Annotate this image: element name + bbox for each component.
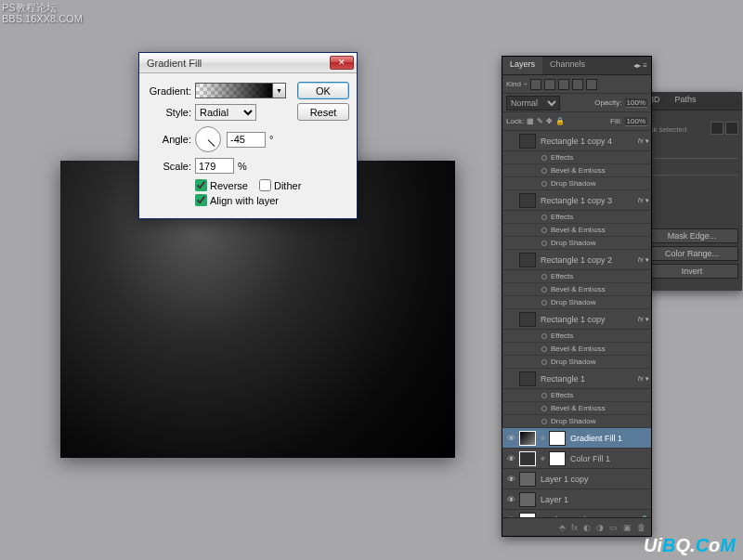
shadow-row[interactable]: Drop Shadow (502, 296, 651, 309)
shadow-row[interactable]: Drop Shadow (502, 356, 651, 369)
reset-button[interactable]: Reset (297, 103, 349, 121)
watermark-line2: BBS.16XX8.COM (2, 13, 83, 24)
invert-button[interactable]: Invert (645, 264, 738, 279)
effects-row[interactable]: Effects (502, 389, 651, 402)
layer-row[interactable]: Rectangle 1 copy 4 fx▾ (502, 131, 651, 151)
mask-edge-button[interactable]: Mask Edge... (645, 228, 738, 243)
layer-mask-icon[interactable]: ◐ (583, 523, 591, 532)
angle-input[interactable] (227, 132, 266, 148)
visibility-icon[interactable]: 👁 (504, 432, 517, 445)
lock-label: Lock: (506, 117, 524, 125)
filter-pixel-icon[interactable] (530, 79, 541, 90)
layer-name: Rectangle 1 copy 4 (538, 137, 638, 146)
gradient-fill-dialog: Gradient Fill ✕ OK Reset Gradient: ▼ Sty… (138, 52, 358, 219)
tab-layers[interactable]: Layers (502, 57, 542, 74)
watermark-line1: PS教程论坛 (2, 2, 83, 13)
layer-row[interactable]: 👁 ⎆ Color Fill 1 (502, 449, 651, 469)
color-range-button[interactable]: Color Range... (645, 246, 738, 261)
shadow-row[interactable]: Drop Shadow (502, 177, 651, 190)
effects-row[interactable]: Effects (502, 211, 651, 224)
bevel-row[interactable]: Bevel & Emboss (502, 164, 651, 177)
effects-row[interactable]: Effects (502, 270, 651, 283)
fx-icon[interactable]: fx (638, 374, 644, 383)
visibility-icon[interactable]: 👁 (504, 493, 517, 506)
angle-dial[interactable] (195, 126, 221, 152)
effects-row[interactable]: Effects (502, 330, 651, 343)
lock-all-icon[interactable]: 🔒 (555, 117, 565, 125)
effects-label: Effects (551, 153, 573, 162)
pixel-mask-icon[interactable] (710, 122, 723, 135)
layers-panel: Layers Channels ◂▸≡ Kind ÷ Normal Opacit… (502, 56, 652, 537)
link-layers-icon[interactable]: ⬘ (559, 523, 566, 532)
visibility-icon[interactable] (504, 254, 517, 267)
bevel-row[interactable]: Bevel & Emboss (502, 343, 651, 356)
adjustment-icon[interactable]: ◑ (596, 523, 604, 532)
scale-label: Scale: (147, 161, 191, 172)
filter-smart-icon[interactable] (586, 79, 597, 90)
angle-label: Angle: (147, 134, 191, 145)
tab-paths[interactable]: Paths (668, 92, 704, 110)
bevel-row[interactable]: Bevel & Emboss (502, 224, 651, 237)
fill-value[interactable]: 100% (625, 117, 647, 126)
layer-row[interactable]: Rectangle 1 copy 2 fx▾ (502, 250, 651, 270)
layer-row[interactable]: 👁 Layer 1 copy (502, 469, 651, 489)
delete-icon[interactable]: 🗑 (637, 523, 645, 532)
opacity-value[interactable]: 100% (625, 98, 647, 108)
filter-type-icon[interactable] (558, 79, 569, 90)
dither-checkbox[interactable] (259, 179, 271, 191)
style-select[interactable]: Radial (195, 104, 256, 121)
vector-mask-icon[interactable] (725, 122, 738, 135)
lock-position-icon[interactable]: ✥ (546, 117, 553, 125)
tab-channels[interactable]: Channels (542, 57, 593, 74)
filter-adjust-icon[interactable] (544, 79, 555, 90)
group-icon[interactable]: ▭ (609, 523, 618, 532)
fx-icon[interactable]: fx (638, 255, 644, 264)
ok-button[interactable]: OK (297, 82, 349, 99)
reverse-checkbox[interactable] (195, 179, 207, 191)
visibility-icon[interactable]: 👁 (504, 473, 517, 486)
watermark-bottom: UiBQ.CoM (644, 535, 736, 556)
layer-row-selected[interactable]: 👁 ⎆ Gradient Fill 1 (502, 428, 651, 449)
filter-row: Kind ÷ (502, 75, 651, 94)
gradient-dropdown-icon[interactable]: ▼ (272, 83, 286, 98)
kind-label: Kind (506, 80, 521, 88)
visibility-icon[interactable]: 👁 (504, 452, 517, 465)
new-layer-icon[interactable]: ▣ (623, 523, 632, 532)
shadow-row[interactable]: Drop Shadow (502, 415, 651, 428)
gradient-swatch[interactable] (195, 83, 273, 98)
shadow-row[interactable]: Drop Shadow (502, 237, 651, 250)
fill-label: Fill: (610, 117, 621, 125)
panel-menu[interactable]: ◂▸≡ (633, 57, 651, 74)
visibility-icon[interactable] (504, 194, 517, 207)
reverse-label[interactable]: Reverse (210, 180, 248, 191)
scale-input[interactable] (195, 158, 234, 174)
fx-icon[interactable]: fx (638, 137, 644, 145)
visibility-icon[interactable] (504, 372, 517, 385)
shadow-label: Drop Shadow (551, 179, 595, 188)
layer-row[interactable]: 👁 Layer 1 (502, 489, 651, 510)
bevel-row[interactable]: Bevel & Emboss (502, 283, 651, 296)
mask-link-icon[interactable]: ⎆ (538, 454, 547, 462)
mask-link-icon[interactable]: ⎆ (538, 434, 547, 442)
layer-fx-icon[interactable]: fx (571, 523, 578, 532)
fx-icon[interactable]: fx (638, 315, 644, 323)
lock-transparent-icon[interactable]: ▦ (527, 117, 534, 125)
layer-row[interactable]: Rectangle 1 copy 3 fx▾ (502, 190, 651, 211)
align-checkbox[interactable] (195, 194, 207, 206)
visibility-icon[interactable] (504, 135, 517, 148)
filter-shape-icon[interactable] (572, 79, 583, 90)
dialog-titlebar[interactable]: Gradient Fill ✕ (139, 53, 357, 73)
lock-pixel-icon[interactable]: ✎ (537, 117, 543, 125)
align-label[interactable]: Align with layer (210, 195, 279, 206)
effects-row[interactable]: Effects (502, 151, 651, 164)
layer-row[interactable]: Rectangle 1 copy fx▾ (502, 309, 651, 330)
bevel-row[interactable]: Bevel & Emboss (502, 402, 651, 415)
visibility-icon[interactable] (504, 313, 517, 326)
blend-mode-select[interactable]: Normal (506, 96, 560, 111)
close-icon[interactable]: ✕ (330, 56, 354, 70)
layer-row[interactable]: 👁 Background 🔒 (502, 510, 651, 517)
layer-row[interactable]: Rectangle 1 fx▾ (502, 369, 651, 389)
dither-label[interactable]: Dither (274, 180, 301, 191)
fx-icon[interactable]: fx (638, 196, 644, 204)
properties-tabs: 3D Paths (642, 92, 742, 111)
